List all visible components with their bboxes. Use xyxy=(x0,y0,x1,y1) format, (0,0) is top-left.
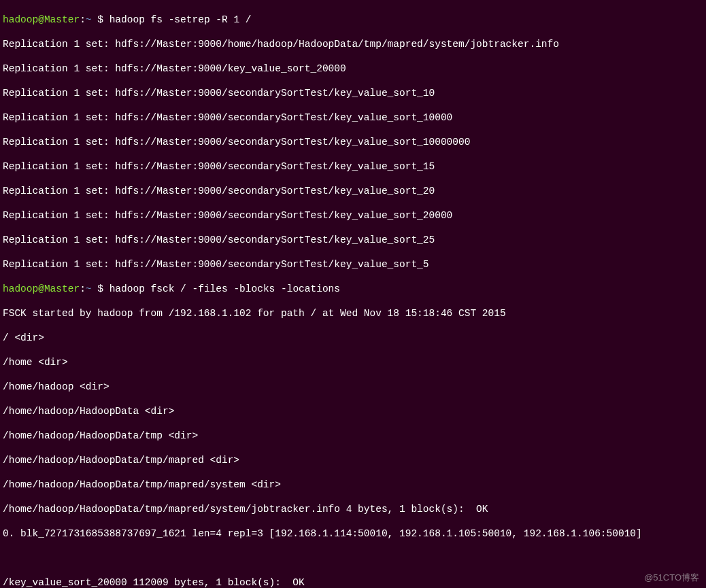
output-line: Replication 1 set: hdfs://Master:9000/se… xyxy=(3,160,703,173)
output-line: Replication 1 set: hdfs://Master:9000/ho… xyxy=(3,38,703,50)
prompt-line-2[interactable]: hadoop@Master:~ $ hadoop fsck / -files -… xyxy=(3,283,703,295)
watermark: @51CTO博客 xyxy=(644,572,699,584)
output-line: Replication 1 set: hdfs://Master:9000/se… xyxy=(3,234,703,246)
output-line: Replication 1 set: hdfs://Master:9000/se… xyxy=(3,111,703,124)
output-line: Replication 1 set: hdfs://Master:9000/se… xyxy=(3,209,703,222)
command-2: hadoop fsck / -files -blocks -locations xyxy=(110,283,340,294)
prompt-host: Master xyxy=(44,14,80,25)
output-line: Replication 1 set: hdfs://Master:9000/se… xyxy=(3,136,703,148)
file-header: /key_value_sort_20000 112009 bytes, 1 bl… xyxy=(3,576,703,588)
output-line: Replication 1 set: hdfs://Master:9000/se… xyxy=(3,185,703,197)
fsck-start: FSCK started by hadoop from /192.168.1.1… xyxy=(3,307,703,319)
dir-line: /home/hadoop <dir> xyxy=(3,381,703,393)
dir-line: / <dir> xyxy=(3,332,703,344)
output-line: Replication 1 set: hdfs://Master:9000/ke… xyxy=(3,63,703,75)
file-header: /home/hadoop/HadoopData/tmp/mapred/syste… xyxy=(3,503,703,515)
dir-line: /home/hadoop/HadoopData <dir> xyxy=(3,405,703,417)
prompt-symbol: $ xyxy=(92,14,110,25)
prompt-line-1[interactable]: hadoop@Master:~ $ hadoop fs -setrep -R 1… xyxy=(3,14,703,26)
dir-line: /home/hadoop/HadoopData/tmp/mapred <dir> xyxy=(3,454,703,466)
dir-line: /home/hadoop/HadoopData/tmp/mapred/syste… xyxy=(3,479,703,491)
block-info: 0. blk_7271731685388737697_1621 len=4 re… xyxy=(3,528,703,540)
output-line: Replication 1 set: hdfs://Master:9000/se… xyxy=(3,258,703,271)
dir-line: /home <dir> xyxy=(3,356,703,368)
prompt-path: ~ xyxy=(86,14,92,25)
dir-line: /home/hadoop/HadoopData/tmp <dir> xyxy=(3,430,703,442)
blank-line xyxy=(3,552,703,564)
output-line: Replication 1 set: hdfs://Master:9000/se… xyxy=(3,87,703,99)
prompt-user: hadoop xyxy=(3,14,38,25)
command-1: hadoop fs -setrep -R 1 / xyxy=(110,14,252,25)
terminal-output[interactable]: hadoop@Master:~ $ hadoop fs -setrep -R 1… xyxy=(0,0,706,588)
